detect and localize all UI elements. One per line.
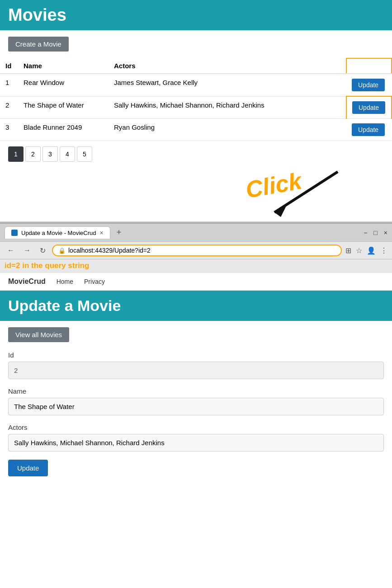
- tab-close-button[interactable]: ×: [99, 229, 103, 236]
- nav-link-home[interactable]: Home: [57, 278, 73, 285]
- update-row-button[interactable]: Update: [352, 123, 385, 136]
- annotation-area: Click: [0, 167, 392, 221]
- forward-button[interactable]: →: [21, 245, 33, 255]
- browser-extra-icons: ⊞ ☆ 👤 ⋮: [345, 246, 387, 255]
- site-brand: MovieCrud: [8, 278, 46, 286]
- new-tab-button[interactable]: +: [114, 228, 124, 237]
- page-btn-5[interactable]: 5: [77, 146, 92, 162]
- maximize-button[interactable]: □: [373, 229, 377, 236]
- pagination: 1 2 3 4 5: [0, 141, 392, 167]
- table-row: 1 Rear Window James Stewart, Grace Kelly…: [0, 74, 392, 96]
- form-area: View all Movies Id Name Actors Update: [0, 321, 392, 483]
- page-btn-2[interactable]: 2: [25, 146, 41, 162]
- update-page: Update a Movie View all Movies Id Name A…: [0, 291, 392, 483]
- arrow-annotation: [247, 167, 365, 221]
- update-title: Update a Movie: [8, 297, 384, 315]
- refresh-button[interactable]: ↻: [37, 245, 48, 256]
- cell-name: Blade Runner 2049: [18, 119, 109, 141]
- back-button[interactable]: ←: [5, 245, 17, 255]
- address-bar[interactable]: [68, 247, 335, 254]
- col-header-actors: Actors: [109, 58, 346, 74]
- cell-actors: Sally Hawkins, Michael Shannon, Richard …: [109, 96, 346, 119]
- cell-name: The Shape of Water: [18, 96, 109, 119]
- col-header-name: Name: [18, 58, 109, 74]
- update-row-button[interactable]: Update: [352, 101, 385, 114]
- window-controls: − □ ×: [364, 229, 387, 236]
- create-btn-area: Create a Movie: [0, 30, 392, 58]
- actors-field-group: Actors: [8, 423, 384, 452]
- name-input[interactable]: [8, 398, 384, 415]
- grid-icon[interactable]: ⊞: [345, 246, 351, 255]
- cell-id: 3: [0, 119, 18, 141]
- cell-id: 2: [0, 96, 18, 119]
- browser-section: Update a Movie - MovieCrud × + − □ × ← →…: [0, 222, 392, 483]
- movies-title: Movies: [8, 5, 384, 25]
- address-bar-wrapper[interactable]: 🔒: [52, 245, 342, 256]
- page-btn-1[interactable]: 1: [8, 146, 24, 162]
- actors-label: Actors: [8, 423, 384, 431]
- profile-icon[interactable]: 👤: [367, 246, 376, 255]
- cell-id: 1: [0, 74, 18, 96]
- minimize-button[interactable]: −: [364, 229, 367, 236]
- table-row: 3 Blade Runner 2049 Ryan Gosling Update: [0, 119, 392, 141]
- browser-tab[interactable]: Update a Movie - MovieCrud ×: [5, 226, 110, 239]
- table-row: 2 The Shape of Water Sally Hawkins, Mich…: [0, 96, 392, 119]
- update-header: Update a Movie: [0, 291, 392, 321]
- nav-link-privacy[interactable]: Privacy: [84, 278, 105, 285]
- query-string-annotation: id=2 in the query string: [0, 259, 392, 273]
- tab-icon: [11, 230, 18, 236]
- id-label: Id: [8, 351, 384, 359]
- update-row-button[interactable]: Update: [352, 79, 385, 91]
- create-movie-button[interactable]: Create a Movie: [8, 37, 69, 52]
- browser-chrome: Update a Movie - MovieCrud × + − □ × ← →…: [0, 224, 392, 273]
- movies-table: Id Name Actors 1 Rear Window James Stewa…: [0, 58, 392, 141]
- name-label: Name: [8, 387, 384, 395]
- cell-actors: Ryan Gosling: [109, 119, 346, 141]
- browser-toolbar: ← → ↻ 🔒 ⊞ ☆ 👤 ⋮: [0, 242, 392, 259]
- bookmark-icon[interactable]: ☆: [356, 246, 362, 255]
- cell-actors: James Stewart, Grace Kelly: [109, 74, 346, 96]
- update-submit-button[interactable]: Update: [8, 460, 48, 476]
- browser-titlebar: Update a Movie - MovieCrud × + − □ ×: [0, 224, 392, 242]
- cell-action: Update: [346, 119, 392, 141]
- cell-action: Update: [346, 74, 392, 96]
- actors-input[interactable]: [8, 434, 384, 452]
- lock-icon: 🔒: [58, 247, 66, 254]
- menu-icon[interactable]: ⋮: [380, 246, 387, 255]
- name-field-group: Name: [8, 387, 384, 415]
- page-btn-3[interactable]: 3: [43, 146, 58, 162]
- cell-name: Rear Window: [18, 74, 109, 96]
- col-header-id: Id: [0, 58, 18, 74]
- view-all-movies-button[interactable]: View all Movies: [8, 327, 69, 342]
- col-header-action: [346, 58, 392, 74]
- page-btn-4[interactable]: 4: [60, 146, 75, 162]
- id-input[interactable]: [8, 362, 384, 379]
- movies-list-section: Movies Create a Movie Id Name Actors 1 R…: [0, 0, 392, 222]
- close-window-button[interactable]: ×: [384, 229, 387, 236]
- cell-action: Update: [346, 96, 392, 119]
- id-field-group: Id: [8, 351, 384, 379]
- tab-title: Update a Movie - MovieCrud: [21, 230, 96, 236]
- site-nav: MovieCrud Home Privacy: [0, 273, 392, 291]
- movies-header: Movies: [0, 0, 392, 30]
